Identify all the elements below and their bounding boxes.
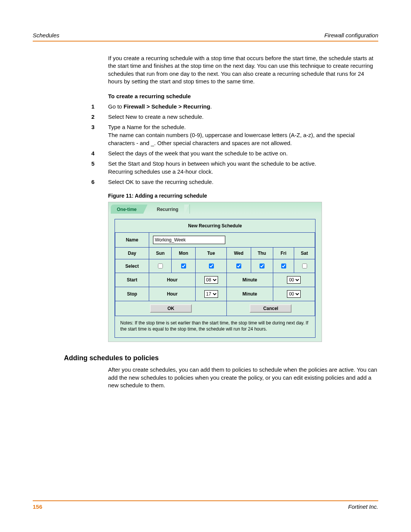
step-text: Type a Name for the schedule. The name c… xyxy=(108,123,378,147)
minute-label: Minute xyxy=(226,287,273,301)
hour-label: Hour xyxy=(149,287,196,301)
start-label: Start xyxy=(115,273,149,287)
header-right: Firewall configuration xyxy=(324,32,378,38)
minute-label: Minute xyxy=(226,273,273,287)
day-label: Day xyxy=(115,248,149,259)
day-col: Fri xyxy=(273,248,294,259)
stop-row: Stop Hour 17 Minute 00 xyxy=(115,287,315,301)
start-row: Start Hour 08 Minute 00 xyxy=(115,273,315,287)
day-checkbox-fri[interactable] xyxy=(281,264,286,268)
day-col: Sat xyxy=(294,248,315,259)
step-number: 2 xyxy=(91,113,108,121)
day-checkbox-sun[interactable] xyxy=(158,264,163,268)
hour-label: Hour xyxy=(149,273,196,287)
step-number: 6 xyxy=(91,178,108,186)
step-text: Select New to create a new schedule. xyxy=(108,113,378,121)
step-text: Go to Firewall > Schedule > Recurring. xyxy=(108,102,378,110)
footer-right: Fortinet Inc. xyxy=(348,503,378,510)
step-number: 5 xyxy=(91,160,108,168)
tab-recurring[interactable]: Recurring xyxy=(151,204,185,214)
cancel-button[interactable]: Cancel xyxy=(250,304,292,313)
day-col: Mon xyxy=(172,248,196,259)
step-number: 4 xyxy=(91,149,108,157)
schedule-table: Name Day Sun Mon Tue Wed Thu xyxy=(115,233,315,316)
stop-hour-select[interactable]: 17 xyxy=(204,290,218,298)
stop-label: Stop xyxy=(115,287,149,301)
schedule-form-screenshot: One-time Recurring New Recurring Schedul… xyxy=(108,202,322,342)
day-checkbox-mon[interactable] xyxy=(181,264,186,268)
name-input[interactable] xyxy=(153,236,225,244)
form-frame: New Recurring Schedule Name Day Sun Mon xyxy=(115,219,315,338)
day-col: Sun xyxy=(149,248,172,259)
start-hour-select[interactable]: 08 xyxy=(204,276,218,284)
stop-minute-select[interactable]: 00 xyxy=(287,290,301,298)
select-row: Select xyxy=(115,259,315,273)
step-text: Select the days of the week that you wan… xyxy=(108,149,378,157)
step-number: 3 xyxy=(91,123,108,131)
step-text: Set the Start and Stop hours in between … xyxy=(108,160,378,176)
page-header: Schedules Firewall configuration xyxy=(33,32,378,42)
day-checkbox-wed[interactable] xyxy=(236,264,241,268)
button-row: OK Cancel xyxy=(115,301,315,316)
day-col: Wed xyxy=(226,248,251,259)
section-heading: Adding schedules to policies xyxy=(64,354,378,362)
start-minute-select[interactable]: 00 xyxy=(287,276,301,284)
day-col: Tue xyxy=(196,248,227,259)
procedure-heading: To create a recurring schedule xyxy=(108,93,378,99)
tab-one-time[interactable]: One-time xyxy=(111,204,143,214)
step-number: 1 xyxy=(91,102,108,110)
tab-bar: One-time Recurring xyxy=(108,202,322,214)
page-footer: 156 Fortinet Inc. xyxy=(33,500,378,510)
name-label: Name xyxy=(115,233,149,248)
select-label: Select xyxy=(115,259,149,273)
day-checkbox-tue[interactable] xyxy=(209,264,214,268)
ok-button[interactable]: OK xyxy=(150,304,192,313)
page-number: 156 xyxy=(33,503,42,510)
intro-paragraph: If you create a recurring schedule with … xyxy=(108,54,378,85)
figure-caption: Figure 11: Adding a recurring schedule xyxy=(108,193,378,199)
day-checkbox-sat[interactable] xyxy=(302,264,307,268)
day-col: Thu xyxy=(251,248,273,259)
form-notes: Notes: If the stop time is set earlier t… xyxy=(115,316,315,337)
day-header-row: Day Sun Mon Tue Wed Thu Fri Sat xyxy=(115,248,315,259)
form-title: New Recurring Schedule xyxy=(115,219,315,233)
day-checkbox-thu[interactable] xyxy=(260,264,264,268)
section-body: After you create schedules, you can add … xyxy=(108,366,378,389)
header-left: Schedules xyxy=(33,32,59,38)
step-text: Select OK to save the recurring schedule… xyxy=(108,178,378,186)
procedure-steps: 1 Go to Firewall > Schedule > Recurring.… xyxy=(108,102,378,186)
